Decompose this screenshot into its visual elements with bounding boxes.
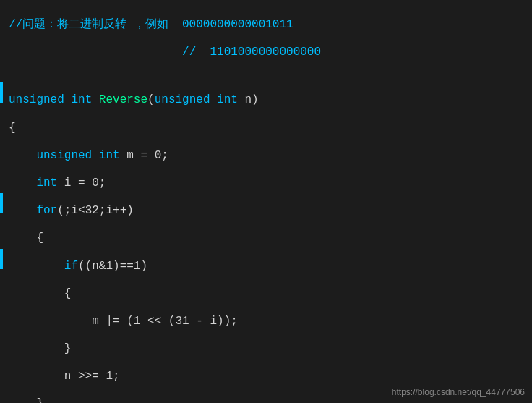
token: int xyxy=(71,93,92,106)
code-editor: //问题：将二进制反转 ，例如 0000000000001011 // 1101… xyxy=(0,0,532,403)
token: int xyxy=(36,177,57,190)
watermark: https://blog.csdn.net/qq_44777506 xyxy=(392,387,525,397)
code-line: int i = 0; xyxy=(0,166,532,193)
code-line: //问题：将二进制反转 ，例如 0000000000001011 xyxy=(0,7,532,35)
token: unsigned xyxy=(36,149,98,162)
token: int xyxy=(99,149,120,162)
token: (;i<32;i++) xyxy=(57,204,134,217)
line-content: m |= (1 << (31 - i)); xyxy=(3,312,238,331)
token: { xyxy=(9,122,16,135)
token: } xyxy=(9,342,71,355)
token: n) xyxy=(238,93,259,106)
token xyxy=(9,204,36,217)
token: for xyxy=(36,204,57,217)
line-content: //问题：将二进制反转 ，例如 0000000000001011 xyxy=(3,15,293,35)
code-block: //问题：将二进制反转 ，例如 0000000000001011 // 1101… xyxy=(0,0,532,403)
code-line: { xyxy=(0,111,532,138)
line-content: n >>= 1; xyxy=(3,367,120,386)
code-line: unsigned int m = 0; xyxy=(0,138,532,166)
code-line: { xyxy=(0,221,532,248)
line-content: if((n&1)==1) xyxy=(3,257,147,276)
token: Reverse xyxy=(99,93,147,106)
code-line: m |= (1 << (31 - i)); xyxy=(0,304,532,331)
line-content: { xyxy=(3,284,71,304)
line-content: { xyxy=(3,229,43,248)
code-line xyxy=(0,62,532,82)
token: if xyxy=(64,260,78,273)
line-content: unsigned int m = 0; xyxy=(3,146,168,166)
line-content: } xyxy=(3,394,43,403)
code-line: // 1101000000000000 xyxy=(0,35,532,62)
line-content: } xyxy=(3,339,71,359)
token: //问题：将二进制反转 ，例如 0000000000001011 xyxy=(9,18,293,31)
line-content: { xyxy=(3,119,16,138)
token xyxy=(9,260,64,273)
token: ((n&1)==1) xyxy=(78,260,147,273)
token: ( xyxy=(147,93,155,106)
token xyxy=(9,149,36,162)
code-line: } xyxy=(0,331,532,359)
token: unsigned xyxy=(9,93,71,106)
gutter xyxy=(0,62,3,82)
token xyxy=(9,177,36,190)
token: // 1101000000000000 xyxy=(9,46,321,59)
token: i = 0; xyxy=(57,177,106,190)
token xyxy=(92,93,99,106)
code-line: for(;i<32;i++) xyxy=(0,193,532,221)
code-line: n >>= 1; xyxy=(0,359,532,386)
line-content: int i = 0; xyxy=(3,174,106,193)
code-line: if((n&1)==1) xyxy=(0,249,532,276)
code-line: unsigned int Reverse(unsigned int n) xyxy=(0,82,532,110)
token: n >>= 1; xyxy=(9,370,120,383)
token: { xyxy=(9,287,71,300)
token: unsigned xyxy=(155,93,217,106)
code-line: { xyxy=(0,276,532,304)
token: m |= (1 << (31 - i)); xyxy=(9,315,238,328)
line-content: for(;i<32;i++) xyxy=(3,201,134,221)
line-content: // 1101000000000000 xyxy=(3,43,321,62)
token: { xyxy=(9,232,43,245)
token: int xyxy=(217,93,238,106)
token: m = 0; xyxy=(120,149,168,162)
line-content: unsigned int Reverse(unsigned int n) xyxy=(3,90,259,110)
token: } xyxy=(9,397,43,403)
